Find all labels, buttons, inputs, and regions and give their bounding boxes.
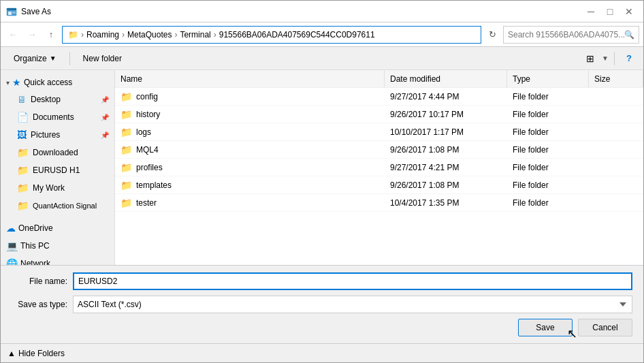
cell-name-value: tester	[136, 198, 157, 208]
bottom-section: File name: Save as type: ASCII Text (*.c…	[1, 265, 643, 343]
new-folder-button[interactable]: New folder	[76, 50, 129, 67]
cell-name-value: profiles	[136, 163, 163, 172]
cell-name: 📁 MQL4	[115, 144, 385, 155]
sidebar-item-mywork-label: My Work	[33, 183, 65, 193]
table-row[interactable]: 📁 templates 9/26/2017 1:08 PM File folde…	[115, 176, 643, 194]
path-folder-icon: 📁	[68, 30, 78, 40]
address-bar: ← → ↑ 📁 › Roaming › MetaQuotes › Termina…	[1, 22, 643, 47]
path-segment-4: 915566BA06ADA407569C544CC0D97611	[219, 30, 375, 40]
cell-type: File folder	[507, 127, 589, 137]
sidebar-item-eurusd[interactable]: 📁 EURUSD H1	[1, 161, 114, 179]
save-button[interactable]: Save ↖	[518, 319, 573, 336]
sidebar-item-mywork[interactable]: 📁 My Work	[1, 179, 114, 197]
sidebar-item-pictures[interactable]: 🖼 Pictures 📌	[1, 126, 114, 144]
svg-rect-3	[12, 12, 16, 14]
onedrive-icon: ☁	[6, 223, 16, 234]
path-segment-2: MetaQuotes	[127, 30, 172, 40]
cell-name-value: MQL4	[136, 145, 159, 155]
cursor-indicator: ↖	[567, 326, 577, 341]
cell-date: 9/27/2017 4:21 PM	[385, 163, 507, 172]
sidebar-item-documents[interactable]: 📄 Documents 📌	[1, 108, 114, 126]
table-row[interactable]: 📁 history 9/26/2017 10:17 PM File folder	[115, 106, 643, 123]
saveastype-label: Save as type:	[12, 300, 73, 309]
hide-folders-arrow: ▲	[7, 349, 16, 358]
sidebar-item-downloaded[interactable]: 📁 Downloaded	[1, 144, 114, 161]
file-list-header: Name Date modified Type Size	[115, 70, 643, 88]
svg-rect-1	[7, 8, 16, 10]
path-separator-2: ›	[122, 30, 125, 40]
quick-access-label: Quick access	[24, 78, 72, 87]
cell-name: 📁 profiles	[115, 162, 385, 173]
onedrive-header[interactable]: ☁ OneDrive	[1, 219, 114, 236]
up-button[interactable]: ↑	[43, 27, 59, 43]
cell-date: 10/10/2017 1:17 PM	[385, 127, 507, 137]
table-row[interactable]: 📁 profiles 9/27/2017 4:21 PM File folder	[115, 159, 643, 176]
cell-date: 10/4/2017 1:35 PM	[385, 198, 507, 208]
forward-button[interactable]: →	[24, 27, 40, 43]
col-name[interactable]: Name	[115, 70, 385, 87]
col-type[interactable]: Type	[507, 70, 589, 87]
cell-type: File folder	[507, 180, 589, 190]
quick-access-header[interactable]: ▾ ★ Quick access	[1, 73, 114, 91]
cell-date: 9/27/2017 4:44 PM	[385, 92, 507, 101]
cell-name: 📁 templates	[115, 180, 385, 191]
view-icon: ⊞	[586, 53, 594, 64]
close-button[interactable]: ✕	[620, 3, 638, 20]
cell-type: File folder	[507, 110, 589, 119]
cell-name-value: templates	[136, 180, 172, 190]
help-button[interactable]: ?	[620, 50, 638, 67]
minimize-button[interactable]: ─	[582, 3, 600, 20]
search-input[interactable]	[508, 30, 624, 40]
view-dropdown-icon: ▼	[602, 54, 609, 62]
table-row[interactable]: 📁 logs 10/10/2017 1:17 PM File folder	[115, 123, 643, 141]
title-bar-controls: ─ □ ✕	[582, 3, 638, 20]
network-label: Network	[20, 259, 50, 265]
network-header[interactable]: 🌐 Network	[1, 254, 114, 265]
sidebar-item-downloaded-label: Downloaded	[33, 148, 78, 157]
table-row[interactable]: 📁 config 9/27/2017 4:44 PM File folder	[115, 88, 643, 106]
pin-icon-pictures: 📌	[101, 131, 109, 139]
filename-row: File name:	[12, 272, 632, 290]
title-bar-text: Save As	[21, 7, 582, 16]
path-segment-3: Terminal	[180, 30, 210, 40]
organize-label: Organize	[14, 54, 47, 63]
quick-access-star: ★	[12, 77, 21, 88]
this-pc-header[interactable]: 💻 This PC	[1, 236, 114, 254]
table-row[interactable]: 📁 MQL4 9/26/2017 1:08 PM File folder	[115, 141, 643, 159]
toolbar-separator-2	[614, 52, 615, 65]
pictures-icon: 🖼	[17, 129, 27, 140]
folder-icon: 📁	[120, 198, 132, 208]
sidebar-item-quantaction[interactable]: 📁 QuantAction Signal	[1, 197, 114, 215]
file-list: Name Date modified Type Size 📁 config 9/…	[115, 70, 643, 265]
maximize-button[interactable]: □	[601, 3, 619, 20]
help-icon: ?	[626, 53, 632, 63]
bottom-buttons: Save ↖ Cancel	[12, 319, 632, 336]
sidebar-item-desktop[interactable]: 🖥 Desktop 📌	[1, 91, 114, 108]
cell-date: 9/26/2017 10:17 PM	[385, 110, 507, 119]
file-rows-container: 📁 config 9/27/2017 4:44 PM File folder 📁…	[115, 88, 643, 212]
col-size[interactable]: Size	[589, 70, 643, 87]
hide-folders-label: Hide Folders	[18, 349, 65, 358]
filename-input[interactable]	[73, 272, 632, 290]
cell-type: File folder	[507, 198, 589, 208]
col-date[interactable]: Date modified	[385, 70, 507, 87]
cancel-button[interactable]: Cancel	[578, 319, 632, 336]
table-row[interactable]: 📁 tester 10/4/2017 1:35 PM File folder	[115, 194, 643, 212]
cell-type: File folder	[507, 145, 589, 155]
view-button[interactable]: ⊞	[581, 50, 599, 67]
saveastype-select[interactable]: ASCII Text (*.csv)	[73, 296, 632, 313]
refresh-button[interactable]: ↻	[484, 27, 500, 43]
main-content: ▾ ★ Quick access 🖥 Desktop 📌 📄 Documents…	[1, 70, 643, 265]
onedrive-label: OneDrive	[18, 223, 53, 233]
address-path[interactable]: 📁 › Roaming › MetaQuotes › Terminal › 91…	[62, 26, 481, 44]
organize-button[interactable]: Organize ▼	[6, 50, 64, 67]
hide-folders[interactable]: ▲ Hide Folders	[1, 343, 643, 362]
cell-name: 📁 history	[115, 109, 385, 120]
eurusd-folder-icon: 📁	[17, 165, 29, 176]
cell-date: 9/26/2017 1:08 PM	[385, 145, 507, 155]
toolbar: Organize ▼ New folder ⊞ ▼ ?	[1, 47, 643, 70]
title-bar: Save As ─ □ ✕	[1, 1, 643, 22]
pin-icon-documents: 📌	[101, 114, 109, 121]
path-separator-4: ›	[214, 30, 216, 40]
back-button[interactable]: ←	[5, 27, 21, 43]
